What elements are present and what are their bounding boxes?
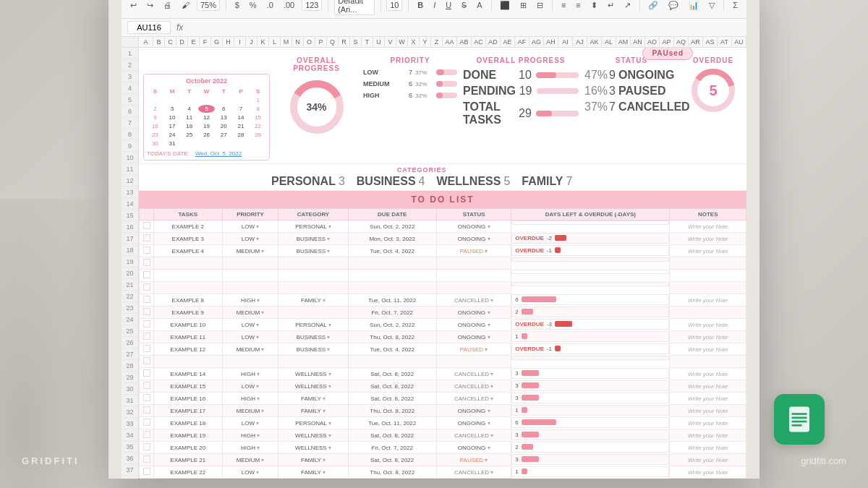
col-r[interactable]: R: [339, 37, 350, 47]
cell-checkbox[interactable]: [140, 331, 154, 343]
col-aj[interactable]: AJ: [573, 37, 587, 47]
valign-btn[interactable]: ⬍: [588, 0, 600, 12]
format-dropdown[interactable]: 123: [302, 0, 322, 11]
checkbox-icon[interactable]: [143, 431, 150, 438]
col-y[interactable]: Y: [420, 37, 431, 47]
col-n[interactable]: N: [292, 37, 304, 47]
cell-checkbox[interactable]: [140, 405, 154, 417]
checkbox-icon[interactable]: [143, 283, 150, 291]
checkbox-icon[interactable]: [143, 455, 150, 463]
decimal2-btn[interactable]: .00: [281, 0, 297, 11]
paint-btn[interactable]: 🖌: [179, 0, 192, 11]
col-ak[interactable]: AK: [587, 37, 602, 47]
col-aa[interactable]: AA: [443, 37, 457, 47]
checkbox-icon[interactable]: [143, 271, 150, 278]
col-ai[interactable]: AI: [558, 37, 573, 47]
percent-btn[interactable]: %: [247, 0, 260, 11]
col-au[interactable]: AU: [732, 37, 746, 47]
wrap-btn[interactable]: ↵: [605, 0, 617, 12]
cell-checkbox[interactable]: [140, 466, 154, 479]
cell-checkbox[interactable]: [140, 380, 154, 393]
col-ah[interactable]: AH: [544, 37, 558, 47]
cell-checkbox[interactable]: [140, 245, 154, 257]
filter-btn[interactable]: ▽: [706, 0, 718, 12]
checkbox-icon[interactable]: [143, 443, 150, 450]
checkbox-icon[interactable]: [143, 320, 150, 328]
checkbox-icon[interactable]: [143, 222, 150, 229]
col-t[interactable]: T: [362, 37, 373, 47]
cell-checkbox[interactable]: [140, 233, 154, 245]
border-btn[interactable]: ⊞: [517, 0, 529, 12]
col-h[interactable]: H: [223, 37, 234, 47]
col-ab[interactable]: AB: [457, 37, 472, 47]
col-w[interactable]: W: [396, 37, 408, 47]
sheets-icon[interactable]: [774, 394, 825, 445]
col-as[interactable]: AS: [703, 37, 718, 47]
col-q[interactable]: Q: [327, 37, 339, 47]
checkbox-icon[interactable]: [143, 406, 150, 414]
col-an[interactable]: AN: [631, 37, 645, 47]
col-aq[interactable]: AQ: [674, 37, 689, 47]
col-ae[interactable]: AE: [501, 37, 515, 47]
checkbox-icon[interactable]: [143, 394, 150, 401]
checkbox-icon[interactable]: [143, 419, 150, 426]
align-left-btn[interactable]: ≡: [558, 0, 569, 11]
col-am[interactable]: AM: [616, 37, 631, 47]
italic-btn[interactable]: I: [430, 0, 438, 11]
col-u[interactable]: U: [373, 37, 385, 47]
zoom-dropdown[interactable]: 75%: [197, 0, 220, 11]
cell-reference[interactable]: AU116: [127, 21, 171, 34]
col-o[interactable]: O: [304, 37, 315, 47]
link-btn[interactable]: 🔗: [645, 0, 661, 12]
cell-checkbox[interactable]: [140, 270, 154, 282]
col-g[interactable]: G: [211, 37, 223, 47]
col-at[interactable]: AT: [718, 37, 732, 47]
col-ac[interactable]: AC: [472, 37, 486, 47]
col-l[interactable]: L: [269, 37, 281, 47]
col-i[interactable]: I: [234, 37, 246, 47]
cell-checkbox[interactable]: [140, 221, 154, 233]
col-c[interactable]: C: [165, 37, 176, 47]
checkbox-icon[interactable]: [143, 468, 150, 475]
checkbox-icon[interactable]: [143, 345, 150, 352]
cell-checkbox[interactable]: [140, 282, 154, 294]
checkbox-icon[interactable]: [143, 369, 150, 377]
print-btn[interactable]: 🖨: [161, 0, 174, 11]
col-ao[interactable]: AO: [645, 37, 660, 47]
col-e[interactable]: E: [188, 37, 200, 47]
col-f[interactable]: F: [200, 37, 211, 47]
checkbox-icon[interactable]: [143, 308, 150, 315]
redo-btn[interactable]: ↪: [144, 0, 156, 12]
chart-btn[interactable]: 📊: [686, 0, 702, 12]
fill-btn[interactable]: ⬛: [497, 0, 513, 12]
comment-btn[interactable]: 💬: [665, 0, 681, 12]
col-k[interactable]: K: [258, 37, 269, 47]
align-center-btn[interactable]: ≡: [573, 0, 583, 11]
col-d[interactable]: D: [176, 37, 188, 47]
cell-checkbox[interactable]: [140, 356, 154, 368]
cell-checkbox[interactable]: [140, 393, 154, 405]
cell-checkbox[interactable]: [140, 368, 154, 380]
col-v[interactable]: V: [385, 37, 396, 47]
cell-checkbox[interactable]: [140, 257, 154, 270]
decimal1-btn[interactable]: .0: [264, 0, 276, 11]
col-j[interactable]: J: [246, 37, 258, 47]
cell-checkbox[interactable]: [140, 442, 154, 454]
text-color-btn[interactable]: A: [474, 0, 485, 11]
cell-checkbox[interactable]: [140, 307, 154, 319]
checkbox-icon[interactable]: [143, 247, 150, 254]
undo-btn[interactable]: ↩: [127, 0, 140, 12]
cell-checkbox[interactable]: [140, 294, 154, 307]
col-p[interactable]: P: [315, 37, 327, 47]
cell-checkbox[interactable]: [140, 429, 154, 442]
fontsize-dropdown[interactable]: 10: [386, 0, 402, 11]
bold-btn[interactable]: B: [414, 0, 426, 11]
cell-checkbox[interactable]: [140, 454, 154, 466]
strikethrough-btn[interactable]: S̶: [459, 0, 469, 12]
col-ad[interactable]: AD: [486, 37, 501, 47]
checkbox-icon[interactable]: [143, 357, 150, 364]
col-ar[interactable]: AR: [689, 37, 703, 47]
col-z[interactable]: Z: [431, 37, 443, 47]
col-ap[interactable]: AP: [660, 37, 674, 47]
cell-checkbox[interactable]: [140, 319, 154, 331]
